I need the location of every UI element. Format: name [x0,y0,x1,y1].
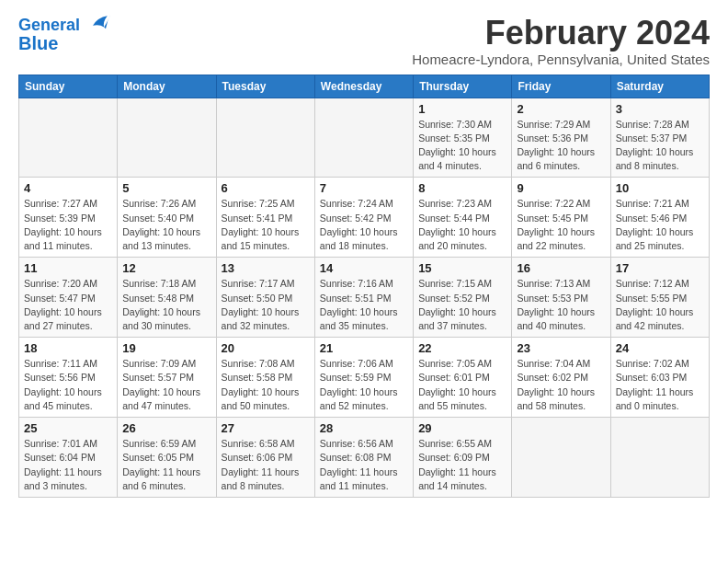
calendar-cell: 26Sunrise: 6:59 AMSunset: 6:05 PMDayligh… [118,418,216,498]
calendar-week-row: 25Sunrise: 7:01 AMSunset: 6:04 PMDayligh… [19,418,710,498]
day-info: Sunrise: 7:09 AMSunset: 5:57 PMDaylight:… [122,357,210,413]
day-info: Sunrise: 7:01 AMSunset: 6:04 PMDaylight:… [24,437,112,493]
day-info: Sunrise: 7:24 AMSunset: 5:42 PMDaylight:… [320,197,408,253]
calendar-cell: 12Sunrise: 7:18 AMSunset: 5:48 PMDayligh… [118,258,216,338]
day-info: Sunrise: 7:06 AMSunset: 5:59 PMDaylight:… [320,357,408,413]
calendar-cell [610,418,709,498]
day-info: Sunrise: 7:29 AMSunset: 5:36 PMDaylight:… [517,118,605,174]
day-number: 7 [320,181,408,195]
calendar-header-row: SundayMondayTuesdayWednesdayThursdayFrid… [19,75,710,98]
calendar-cell [314,98,413,178]
calendar-cell [512,418,610,498]
day-number: 13 [222,261,310,275]
logo-bird-icon [86,11,112,37]
calendar-cell: 16Sunrise: 7:13 AMSunset: 5:53 PMDayligh… [512,258,610,338]
day-info: Sunrise: 7:08 AMSunset: 5:58 PMDaylight:… [222,357,310,413]
day-number: 16 [517,261,605,275]
calendar-table: SundayMondayTuesdayWednesdayThursdayFrid… [18,75,710,498]
day-info: Sunrise: 7:30 AMSunset: 5:35 PMDaylight:… [418,118,506,174]
day-info: Sunrise: 7:05 AMSunset: 6:01 PMDaylight:… [418,357,506,413]
calendar-body: 1Sunrise: 7:30 AMSunset: 5:35 PMDaylight… [19,98,710,497]
calendar-cell: 28Sunrise: 6:56 AMSunset: 6:08 PMDayligh… [314,418,413,498]
day-number: 29 [418,421,506,435]
header-day-tuesday: Tuesday [216,75,314,98]
calendar-week-row: 4Sunrise: 7:27 AMSunset: 5:39 PMDaylight… [19,178,710,258]
day-info: Sunrise: 6:59 AMSunset: 6:05 PMDaylight:… [122,437,210,493]
day-info: Sunrise: 6:55 AMSunset: 6:09 PMDaylight:… [418,437,506,493]
calendar-cell: 10Sunrise: 7:21 AMSunset: 5:46 PMDayligh… [610,178,709,258]
calendar-cell: 14Sunrise: 7:16 AMSunset: 5:51 PMDayligh… [314,258,413,338]
calendar-cell: 3Sunrise: 7:28 AMSunset: 5:37 PMDaylight… [610,98,709,178]
day-info: Sunrise: 7:17 AMSunset: 5:50 PMDaylight:… [222,277,310,333]
day-number: 26 [122,421,210,435]
day-info: Sunrise: 7:15 AMSunset: 5:52 PMDaylight:… [418,277,506,333]
day-number: 19 [122,341,210,355]
day-number: 10 [616,181,704,195]
main-title: February 2024 [412,15,710,52]
day-number: 11 [24,261,112,275]
day-number: 21 [320,341,408,355]
day-number: 18 [24,341,112,355]
subtitle: Homeacre-Lyndora, Pennsylvania, United S… [412,52,710,67]
page-header: General Blue February 2024 Homeacre-Lynd… [18,15,710,67]
day-info: Sunrise: 7:13 AMSunset: 5:53 PMDaylight:… [517,277,605,333]
calendar-cell: 22Sunrise: 7:05 AMSunset: 6:01 PMDayligh… [414,338,512,418]
day-number: 15 [418,261,506,275]
calendar-cell: 17Sunrise: 7:12 AMSunset: 5:55 PMDayligh… [610,258,709,338]
calendar-cell: 4Sunrise: 7:27 AMSunset: 5:39 PMDaylight… [19,178,118,258]
calendar-cell: 25Sunrise: 7:01 AMSunset: 6:04 PMDayligh… [19,418,118,498]
logo: General Blue [18,15,112,53]
calendar-cell: 11Sunrise: 7:20 AMSunset: 5:47 PMDayligh… [19,258,118,338]
calendar-week-row: 1Sunrise: 7:30 AMSunset: 5:35 PMDaylight… [19,98,710,178]
day-info: Sunrise: 7:16 AMSunset: 5:51 PMDaylight:… [320,277,408,333]
calendar-cell: 6Sunrise: 7:25 AMSunset: 5:41 PMDaylight… [216,178,314,258]
day-number: 28 [320,421,408,435]
calendar-cell: 27Sunrise: 6:58 AMSunset: 6:06 PMDayligh… [216,418,314,498]
day-info: Sunrise: 7:21 AMSunset: 5:46 PMDaylight:… [616,197,704,253]
day-info: Sunrise: 7:04 AMSunset: 6:02 PMDaylight:… [517,357,605,413]
day-number: 6 [222,181,310,195]
day-number: 17 [616,261,704,275]
calendar-cell: 13Sunrise: 7:17 AMSunset: 5:50 PMDayligh… [216,258,314,338]
day-number: 22 [418,341,506,355]
day-info: Sunrise: 7:20 AMSunset: 5:47 PMDaylight:… [24,277,112,333]
day-number: 27 [222,421,310,435]
day-info: Sunrise: 7:12 AMSunset: 5:55 PMDaylight:… [616,277,704,333]
calendar-week-row: 18Sunrise: 7:11 AMSunset: 5:56 PMDayligh… [19,338,710,418]
day-info: Sunrise: 6:58 AMSunset: 6:06 PMDaylight:… [222,437,310,493]
calendar-cell: 21Sunrise: 7:06 AMSunset: 5:59 PMDayligh… [314,338,413,418]
day-number: 2 [517,102,605,116]
day-info: Sunrise: 7:25 AMSunset: 5:41 PMDaylight:… [222,197,310,253]
calendar-cell: 9Sunrise: 7:22 AMSunset: 5:45 PMDaylight… [512,178,610,258]
header-day-sunday: Sunday [19,75,118,98]
calendar-cell: 15Sunrise: 7:15 AMSunset: 5:52 PMDayligh… [414,258,512,338]
day-info: Sunrise: 7:18 AMSunset: 5:48 PMDaylight:… [122,277,210,333]
calendar-cell: 8Sunrise: 7:23 AMSunset: 5:44 PMDaylight… [414,178,512,258]
day-info: Sunrise: 7:11 AMSunset: 5:56 PMDaylight:… [24,357,112,413]
calendar-header: SundayMondayTuesdayWednesdayThursdayFrid… [19,75,710,98]
calendar-cell: 1Sunrise: 7:30 AMSunset: 5:35 PMDaylight… [414,98,512,178]
day-number: 3 [616,102,704,116]
day-info: Sunrise: 7:23 AMSunset: 5:44 PMDaylight:… [418,197,506,253]
day-number: 8 [418,181,506,195]
calendar-cell [19,98,118,178]
day-number: 9 [517,181,605,195]
calendar-cell: 2Sunrise: 7:29 AMSunset: 5:36 PMDaylight… [512,98,610,178]
day-info: Sunrise: 7:26 AMSunset: 5:40 PMDaylight:… [122,197,210,253]
calendar-cell [216,98,314,178]
calendar-cell: 29Sunrise: 6:55 AMSunset: 6:09 PMDayligh… [414,418,512,498]
calendar-cell: 18Sunrise: 7:11 AMSunset: 5:56 PMDayligh… [19,338,118,418]
calendar-cell: 19Sunrise: 7:09 AMSunset: 5:57 PMDayligh… [118,338,216,418]
calendar-cell [118,98,216,178]
header-day-monday: Monday [118,75,216,98]
title-block: February 2024 Homeacre-Lyndora, Pennsylv… [412,15,710,67]
calendar-cell: 24Sunrise: 7:02 AMSunset: 6:03 PMDayligh… [610,338,709,418]
header-day-saturday: Saturday [610,75,709,98]
header-day-thursday: Thursday [414,75,512,98]
calendar-week-row: 11Sunrise: 7:20 AMSunset: 5:47 PMDayligh… [19,258,710,338]
header-day-friday: Friday [512,75,610,98]
day-number: 12 [122,261,210,275]
calendar-cell: 23Sunrise: 7:04 AMSunset: 6:02 PMDayligh… [512,338,610,418]
day-info: Sunrise: 7:22 AMSunset: 5:45 PMDaylight:… [517,197,605,253]
day-number: 14 [320,261,408,275]
